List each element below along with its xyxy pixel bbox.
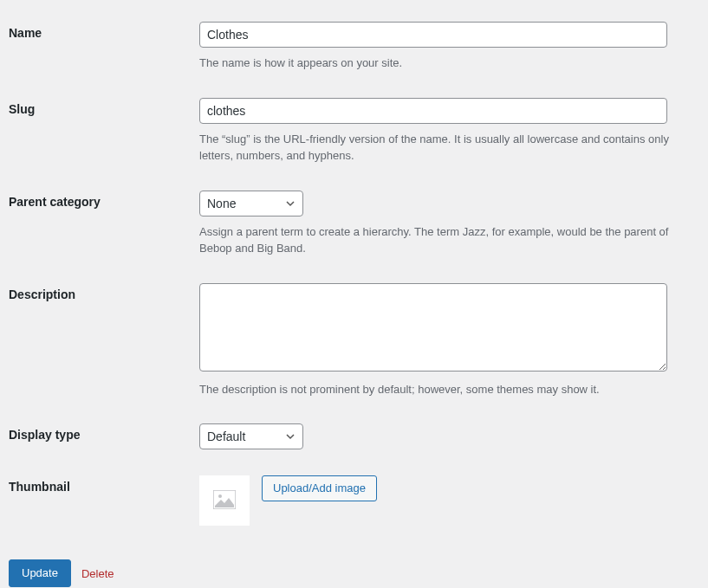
svg-point-1 [218, 494, 222, 498]
delete-link[interactable]: Delete [81, 567, 114, 580]
parent-category-select[interactable]: None [199, 191, 303, 216]
thumbnail-label: Thumbnail [9, 462, 199, 539]
upload-image-button[interactable]: Upload/Add image [262, 475, 377, 501]
name-description: The name is how it appears on your site. [199, 55, 691, 72]
description-textarea[interactable] [199, 283, 667, 372]
name-input[interactable] [199, 22, 667, 48]
description-label: Description [9, 270, 199, 411]
update-button[interactable]: Update [9, 559, 71, 587]
slug-description: The “slug” is the URL-friendly version o… [199, 131, 691, 165]
parent-category-label: Parent category [9, 178, 199, 270]
display-type-label: Display type [9, 410, 199, 462]
image-placeholder-icon [213, 490, 236, 512]
name-label: Name [9, 9, 199, 85]
thumbnail-placeholder [199, 475, 250, 526]
description-help: The description is not prominent by defa… [199, 381, 691, 398]
slug-label: Slug [9, 85, 199, 178]
display-type-select[interactable]: Default [199, 423, 303, 449]
parent-category-description: Assign a parent term to create a hierarc… [199, 223, 691, 257]
slug-input[interactable] [199, 98, 667, 124]
